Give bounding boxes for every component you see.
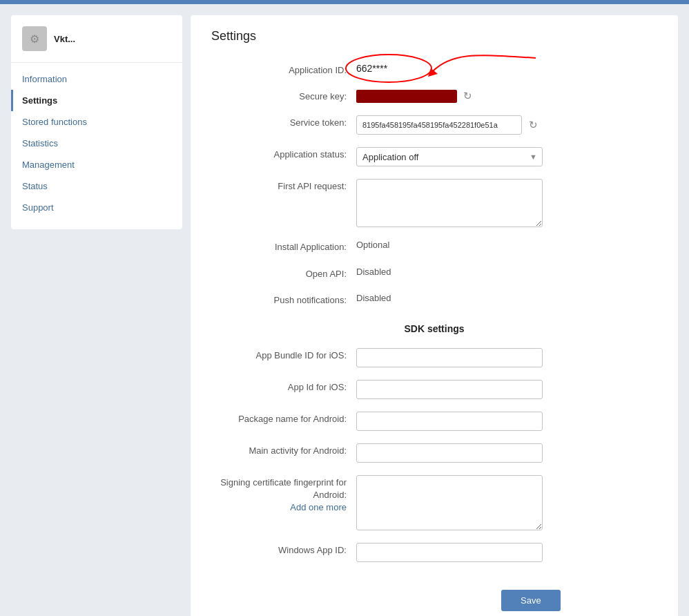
open-api-status: Disabled	[356, 267, 391, 277]
service-token-row: Service token: ↻	[211, 113, 657, 135]
service-token-label: Service token:	[211, 113, 356, 129]
app-bundle-id-input[interactable]	[356, 348, 543, 367]
package-name-input[interactable]	[356, 412, 543, 431]
install-application-label: Install Application:	[211, 237, 356, 253]
open-api-label: Open API:	[211, 264, 356, 280]
application-status-select-wrapper: Application off Application on ▼	[356, 147, 543, 166]
app-bundle-id-row: App Bundle ID for iOS:	[211, 345, 657, 367]
sidebar-link-settings[interactable]: Settings	[13, 90, 182, 111]
save-row: Save	[211, 576, 657, 611]
application-status-row: Application status: Application off Appl…	[211, 144, 657, 166]
sidebar-item-management[interactable]: Management	[11, 154, 182, 175]
sidebar: ⚙ Vkt... Information Settings Stored fun…	[11, 15, 182, 229]
secure-key-refresh-icon[interactable]: ↻	[461, 89, 475, 103]
sidebar-link-support[interactable]: Support	[11, 197, 182, 218]
sidebar-link-stored-functions[interactable]: Stored functions	[11, 111, 182, 133]
application-status-label: Application status:	[211, 144, 356, 161]
windows-app-id-value	[356, 540, 657, 562]
sidebar-item-settings[interactable]: Settings	[11, 90, 182, 111]
sidebar-username: Vkt...	[54, 34, 75, 44]
package-name-value	[356, 409, 657, 431]
application-id-row: Application ID: 662****	[211, 60, 657, 77]
annotation-arrow-svg	[425, 48, 550, 82]
sidebar-item-stored-functions[interactable]: Stored functions	[11, 111, 182, 133]
package-name-label: Package name for Android:	[211, 409, 356, 425]
windows-app-id-row: Windows App ID:	[211, 540, 657, 562]
service-token-input[interactable]	[356, 115, 522, 135]
app-id-ios-value	[356, 377, 657, 399]
sidebar-header: ⚙ Vkt...	[11, 26, 182, 63]
secure-key-masked: ■■■■■■■■■■■■■■■■■	[356, 90, 457, 103]
sidebar-link-status[interactable]: Status	[11, 175, 182, 197]
first-api-request-row: First API request:	[211, 176, 657, 227]
sidebar-item-support[interactable]: Support	[11, 197, 182, 218]
main-content: Settings Application ID: 662****	[191, 15, 678, 616]
sidebar-item-statistics[interactable]: Statistics	[11, 133, 182, 154]
push-notifications-status: Disabled	[356, 293, 391, 303]
main-activity-row: Main activity for Android:	[211, 441, 657, 463]
open-api-value: Disabled	[356, 264, 657, 277]
windows-app-id-input[interactable]	[356, 543, 543, 562]
signing-cert-value	[356, 472, 657, 530]
package-name-row: Package name for Android:	[211, 409, 657, 431]
sidebar-link-management[interactable]: Management	[11, 154, 182, 175]
page-title: Settings	[211, 29, 657, 44]
app-id-ios-row: App Id for iOS:	[211, 377, 657, 399]
service-token-refresh-icon[interactable]: ↻	[526, 118, 540, 132]
app-id-ios-input[interactable]	[356, 380, 543, 399]
service-token-value: ↻	[356, 113, 657, 135]
install-application-status: Optional	[356, 240, 389, 250]
secure-key-row: Secure key: ■■■■■■■■■■■■■■■■■ ↻	[211, 86, 657, 103]
secure-key-value: ■■■■■■■■■■■■■■■■■ ↻	[356, 86, 657, 103]
signing-cert-label: Signing certificate fingerprint for Andr…	[211, 472, 356, 514]
sidebar-item-information[interactable]: Information	[11, 68, 182, 90]
sidebar-link-information[interactable]: Information	[11, 68, 182, 90]
sidebar-item-status[interactable]: Status	[11, 175, 182, 197]
save-button[interactable]: Save	[501, 590, 561, 611]
windows-app-id-label: Windows App ID:	[211, 540, 356, 557]
signing-cert-textarea[interactable]	[356, 475, 543, 530]
install-application-row: Install Application: Optional	[211, 237, 657, 253]
first-api-request-textarea[interactable]	[356, 179, 543, 227]
first-api-request-value	[356, 176, 657, 227]
push-notifications-row: Push notifications: Disabled	[211, 290, 657, 307]
application-id-value: 662****	[356, 63, 387, 74]
secure-key-label: Secure key:	[211, 86, 356, 103]
app-bundle-id-label: App Bundle ID for iOS:	[211, 345, 356, 362]
application-status-select[interactable]: Application off Application on	[356, 147, 543, 166]
main-activity-input[interactable]	[356, 443, 543, 463]
avatar: ⚙	[22, 26, 47, 51]
app-bundle-id-value	[356, 345, 657, 367]
install-application-value: Optional	[356, 237, 657, 250]
app-id-ios-label: App Id for iOS:	[211, 377, 356, 394]
push-notifications-value: Disabled	[356, 290, 657, 303]
push-notifications-label: Push notifications:	[211, 290, 356, 307]
main-activity-value	[356, 441, 657, 463]
sdk-section-title: SDK settings	[211, 323, 657, 334]
sidebar-nav: Information Settings Stored functions St…	[11, 68, 182, 218]
first-api-request-label: First API request:	[211, 176, 356, 193]
signing-cert-row: Signing certificate fingerprint for Andr…	[211, 472, 657, 530]
application-id-label: Application ID:	[211, 60, 356, 77]
application-id-value-wrapper: 662****	[356, 60, 657, 74]
add-one-more-link[interactable]: Add one more	[290, 502, 347, 512]
open-api-row: Open API: Disabled	[211, 264, 657, 280]
svg-marker-1	[428, 68, 438, 77]
main-activity-label: Main activity for Android:	[211, 441, 356, 457]
settings-form: Application ID: 662****	[211, 60, 657, 611]
sidebar-link-statistics[interactable]: Statistics	[11, 133, 182, 154]
application-status-value: Application off Application on ▼	[356, 144, 657, 166]
